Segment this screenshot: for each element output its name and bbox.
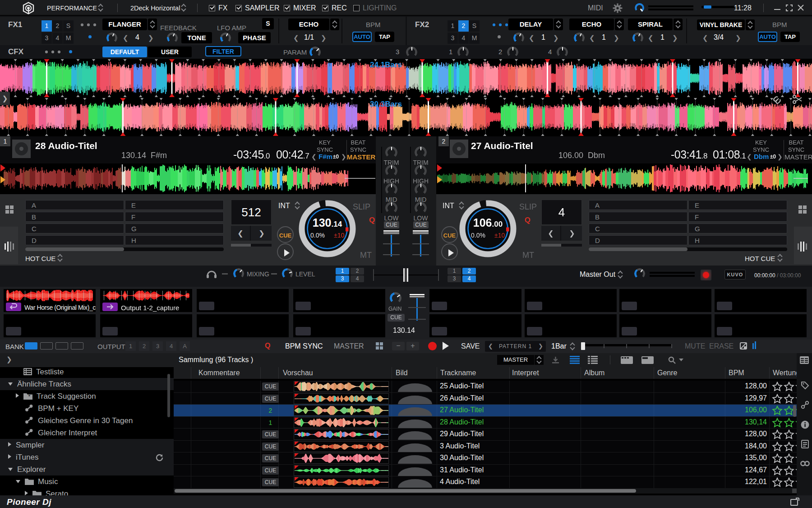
svg-text:*: * (28, 394, 31, 399)
